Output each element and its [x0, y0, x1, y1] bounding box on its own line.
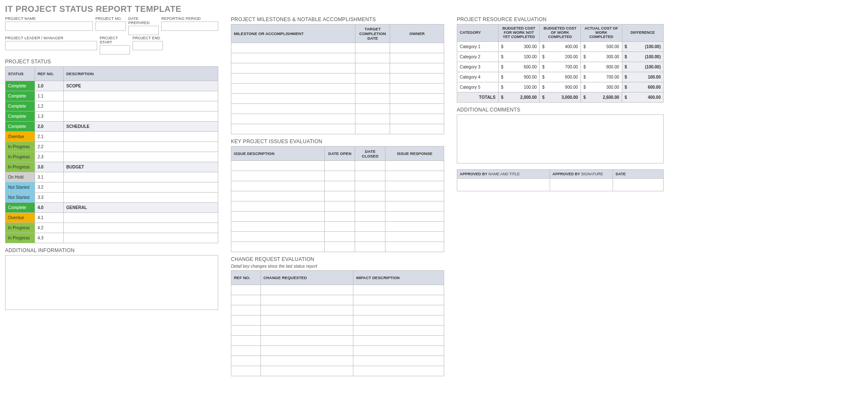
desc-cell[interactable] — [64, 172, 218, 182]
field-input[interactable] — [95, 22, 126, 31]
desc-cell[interactable] — [64, 223, 218, 233]
table-cell[interactable] — [390, 104, 444, 114]
table-cell[interactable] — [231, 232, 325, 242]
table-cell[interactable] — [390, 53, 444, 63]
desc-cell[interactable] — [64, 91, 218, 101]
table-cell[interactable] — [231, 346, 261, 356]
desc-cell[interactable] — [64, 233, 218, 243]
status-cell[interactable]: Complete — [5, 111, 35, 122]
table-cell[interactable] — [231, 181, 325, 191]
status-cell[interactable]: Not Started — [5, 193, 35, 203]
table-cell[interactable] — [231, 222, 325, 232]
table-cell[interactable] — [353, 305, 444, 315]
status-cell[interactable]: Complete — [5, 122, 35, 132]
table-cell[interactable] — [353, 326, 444, 336]
status-cell[interactable]: In Progress — [5, 223, 35, 233]
approval-date-cell[interactable] — [613, 178, 664, 191]
table-cell[interactable] — [231, 171, 325, 181]
table-cell[interactable] — [231, 124, 355, 134]
status-cell[interactable]: Complete — [5, 203, 35, 213]
table-cell[interactable] — [231, 285, 261, 295]
table-cell[interactable] — [355, 212, 385, 222]
table-cell[interactable] — [353, 315, 444, 326]
table-cell[interactable] — [231, 305, 261, 315]
table-cell[interactable] — [325, 222, 355, 232]
approval-signature-cell[interactable] — [550, 178, 613, 191]
desc-cell[interactable] — [64, 101, 218, 111]
table-cell[interactable] — [355, 114, 390, 124]
table-cell[interactable] — [231, 63, 355, 73]
desc-cell[interactable] — [64, 213, 218, 223]
table-cell[interactable] — [325, 161, 355, 171]
table-cell[interactable] — [260, 356, 353, 366]
table-cell[interactable] — [231, 84, 355, 94]
table-cell[interactable] — [385, 232, 444, 242]
table-cell[interactable] — [353, 295, 444, 305]
table-cell[interactable] — [355, 63, 390, 73]
table-cell[interactable] — [390, 124, 444, 134]
table-cell[interactable] — [355, 161, 385, 171]
table-cell[interactable] — [355, 53, 390, 63]
table-cell[interactable] — [231, 315, 261, 326]
table-cell[interactable] — [260, 326, 353, 336]
table-cell[interactable] — [355, 84, 390, 94]
table-cell[interactable] — [325, 201, 355, 212]
table-cell[interactable] — [355, 171, 385, 181]
table-cell[interactable] — [353, 285, 444, 295]
status-cell[interactable]: In Progress — [5, 142, 35, 152]
table-cell[interactable] — [231, 366, 261, 376]
table-cell[interactable] — [231, 114, 355, 124]
desc-cell[interactable]: SCOPE — [64, 81, 218, 91]
table-cell[interactable] — [260, 315, 353, 326]
table-cell[interactable] — [355, 73, 390, 84]
table-cell[interactable] — [231, 295, 261, 305]
table-cell[interactable] — [260, 305, 353, 315]
desc-cell[interactable] — [64, 193, 218, 203]
status-cell[interactable]: Not Started — [5, 182, 35, 193]
status-cell[interactable]: On Hold — [5, 172, 35, 182]
table-cell[interactable] — [355, 191, 385, 201]
table-cell[interactable] — [355, 181, 385, 191]
table-cell[interactable] — [390, 73, 444, 84]
table-cell[interactable] — [385, 171, 444, 181]
desc-cell[interactable] — [64, 182, 218, 193]
table-cell[interactable] — [390, 114, 444, 124]
table-cell[interactable] — [325, 181, 355, 191]
field-input[interactable] — [5, 41, 97, 50]
field-input[interactable] — [5, 22, 93, 31]
table-cell[interactable] — [355, 104, 390, 114]
table-cell[interactable] — [385, 222, 444, 232]
table-cell[interactable] — [385, 201, 444, 212]
table-cell[interactable] — [260, 366, 353, 376]
desc-cell[interactable]: BUDGET — [64, 162, 218, 172]
table-cell[interactable] — [353, 346, 444, 356]
field-input[interactable] — [100, 45, 130, 54]
desc-cell[interactable]: GENERAL — [64, 203, 218, 213]
desc-cell[interactable]: SCHEDULE — [64, 122, 218, 132]
field-input[interactable] — [128, 26, 159, 35]
status-cell[interactable]: Overdue — [5, 213, 35, 223]
table-cell[interactable] — [260, 346, 353, 356]
table-cell[interactable] — [260, 336, 353, 346]
table-cell[interactable] — [385, 181, 444, 191]
table-cell[interactable] — [325, 191, 355, 201]
table-cell[interactable] — [385, 212, 444, 222]
status-cell[interactable]: In Progress — [5, 233, 35, 243]
table-cell[interactable] — [355, 201, 385, 212]
status-cell[interactable]: Complete — [5, 101, 35, 111]
table-cell[interactable] — [325, 242, 355, 252]
table-cell[interactable] — [231, 73, 355, 84]
table-cell[interactable] — [231, 242, 325, 252]
table-cell[interactable] — [353, 366, 444, 376]
table-cell[interactable] — [231, 356, 261, 366]
table-cell[interactable] — [390, 63, 444, 73]
desc-cell[interactable] — [64, 152, 218, 162]
table-cell[interactable] — [355, 94, 390, 104]
field-input[interactable] — [161, 22, 218, 31]
table-cell[interactable] — [231, 161, 325, 171]
table-cell[interactable] — [325, 232, 355, 242]
table-cell[interactable] — [231, 336, 261, 346]
status-cell[interactable]: Complete — [5, 81, 35, 91]
desc-cell[interactable] — [64, 142, 218, 152]
table-cell[interactable] — [355, 222, 385, 232]
